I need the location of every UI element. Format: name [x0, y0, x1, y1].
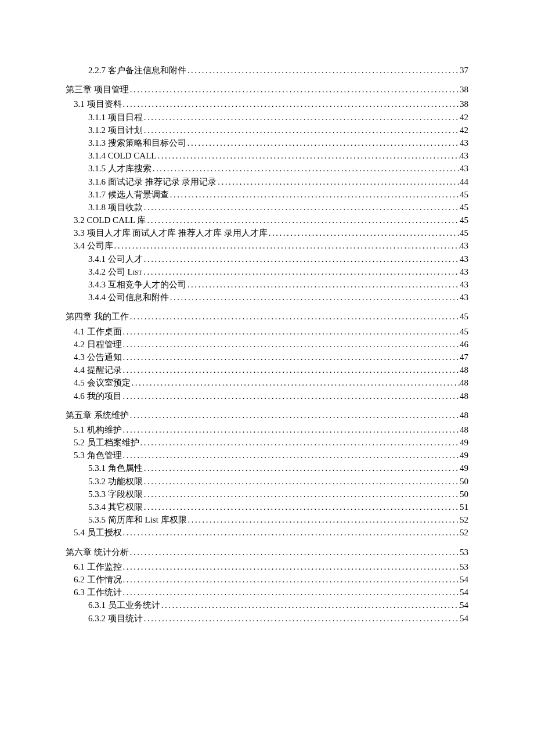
- toc-entry[interactable]: 3.4 公司库.................................…: [74, 239, 468, 252]
- toc-entry-label: 5.1 机构维护: [74, 423, 122, 436]
- toc-entry[interactable]: 4.5 会议室预定...............................…: [74, 376, 468, 389]
- toc-leader-dots: ........................................…: [122, 560, 460, 573]
- toc-entry-label: 6.1 工作监控: [74, 560, 122, 573]
- toc-entry-label: 6.3 工作统计: [74, 586, 122, 599]
- toc-entry[interactable]: 4.4 提醒记录................................…: [74, 363, 468, 376]
- toc-entry-label: 3.4.2 公司 List: [88, 265, 142, 278]
- toc-entry[interactable]: 3.1.8 项目收款..............................…: [88, 201, 468, 214]
- toc-leader-dots: ........................................…: [186, 64, 460, 77]
- toc-entry-pagenum: 43: [460, 239, 468, 252]
- toc-entry-pagenum: 43: [460, 253, 468, 265]
- toc-leader-dots: ........................................…: [187, 513, 460, 526]
- toc-entry-pagenum: 45: [460, 188, 468, 201]
- toc-entry-pagenum: 42: [460, 111, 468, 124]
- toc-entry-label: 4.6 我的项目: [74, 390, 122, 402]
- toc-entry[interactable]: 3.4.3 互相竞争人才的公司.........................…: [88, 278, 468, 291]
- toc-entry[interactable]: 第六章 统计分析................................…: [66, 546, 468, 559]
- toc-entry[interactable]: 3.1.3 搜索策略和目标公司.........................…: [88, 136, 468, 149]
- toc-leader-dots: ........................................…: [143, 612, 460, 625]
- toc-entry[interactable]: 3.1.4 COLD CALL.........................…: [88, 149, 468, 162]
- toc-leader-dots: ........................................…: [143, 501, 460, 513]
- toc-leader-dots: ........................................…: [186, 136, 460, 149]
- toc-entry[interactable]: 第三章 项目管理................................…: [66, 83, 468, 96]
- toc-entry[interactable]: 6.2 工作情况................................…: [74, 573, 468, 586]
- toc-leader-dots: ........................................…: [217, 175, 460, 188]
- toc-entry[interactable]: 3.1.7 候选人背景调查...........................…: [88, 188, 468, 201]
- toc-entry[interactable]: 5.4 员工授权................................…: [74, 526, 468, 539]
- toc-entry[interactable]: 6.3.2 项目统计..............................…: [88, 612, 468, 625]
- toc-leader-dots: ........................................…: [143, 111, 460, 124]
- toc-entry[interactable]: 第五章 系统维护................................…: [66, 409, 468, 422]
- toc-entry-label: 6.3.1 员工业务统计: [88, 599, 160, 611]
- toc-entry-label: 5.3.4 其它权限: [88, 501, 143, 513]
- toc-entry[interactable]: 3.3 项目人才库 面试人才库 推荐人才库 录用人才库.............…: [74, 226, 468, 239]
- toc-entry-pagenum: 49: [460, 449, 468, 462]
- toc-entry[interactable]: 第四章 我的工作................................…: [66, 310, 468, 323]
- toc-entry-pagenum: 38: [460, 98, 468, 110]
- toc-entry-pagenum: 54: [460, 612, 468, 625]
- toc-leader-dots: ........................................…: [268, 226, 460, 239]
- toc-entry[interactable]: 5.1 机构维护................................…: [74, 423, 468, 436]
- toc-entry-label: 4.2 日程管理: [74, 338, 122, 351]
- toc-entry[interactable]: 3.4.1 公司人才..............................…: [88, 253, 468, 265]
- toc-entry[interactable]: 5.2 员工档案维护..............................…: [74, 436, 468, 449]
- toc-entry[interactable]: 3.1.6 面试记录 推荐记录 录用记录....................…: [88, 175, 468, 188]
- toc-entry-pagenum: 37: [460, 64, 468, 77]
- toc-entry-pagenum: 48: [460, 390, 468, 402]
- toc-entry[interactable]: 5.3 角色管理................................…: [74, 449, 468, 462]
- toc-entry[interactable]: 3.1 项目资料................................…: [74, 98, 468, 110]
- toc-entry-label: 5.3.5 简历库和 List 库权限: [88, 513, 187, 526]
- toc-entry[interactable]: 5.3.4 其它权限..............................…: [88, 501, 468, 513]
- toc-entry-pagenum: 43: [460, 291, 468, 304]
- toc-entry-label: 3.4.1 公司人才: [88, 253, 143, 265]
- toc-entry-label: 第四章 我的工作: [66, 310, 129, 323]
- toc-entry[interactable]: 4.1 工作桌面................................…: [74, 325, 468, 338]
- toc-entry[interactable]: 5.3.3 字段权限..............................…: [88, 488, 468, 501]
- toc-entry-label: 4.1 工作桌面: [74, 325, 122, 338]
- toc-entry-pagenum: 45: [460, 226, 468, 239]
- toc-leader-dots: ........................................…: [122, 586, 460, 599]
- toc-entry-pagenum: 42: [460, 124, 468, 136]
- toc-entry-pagenum: 45: [460, 310, 468, 323]
- toc-entry-label: 第六章 统计分析: [66, 546, 129, 559]
- toc-entry[interactable]: 3.4.2 公司 List...........................…: [88, 265, 468, 278]
- toc-entry[interactable]: 3.2 COLD CALL 库.........................…: [74, 214, 468, 226]
- toc-entry[interactable]: 2.2.7 客户备注信息和附件.........................…: [88, 64, 468, 77]
- toc-entry-label: 3.4.3 互相竞争人才的公司: [88, 278, 186, 291]
- toc-entry[interactable]: 3.4.4 公司信息和附件...........................…: [88, 291, 468, 304]
- toc-entry[interactable]: 6.1 工作监控................................…: [74, 560, 468, 573]
- toc-entry-label: 3.3 项目人才库 面试人才库 推荐人才库 录用人才库: [74, 226, 268, 239]
- toc-leader-dots: ........................................…: [122, 351, 460, 363]
- toc-entry-pagenum: 47: [460, 351, 468, 363]
- toc-entry[interactable]: 3.1.1 项目日程..............................…: [88, 111, 468, 124]
- toc-entry[interactable]: 4.6 我的项目................................…: [74, 390, 468, 402]
- toc-entry-pagenum: 54: [460, 586, 468, 599]
- toc-entry-pagenum: 52: [460, 513, 468, 526]
- toc-entry-pagenum: 45: [460, 325, 468, 338]
- toc-entry[interactable]: 3.1.2 项目计划..............................…: [88, 124, 468, 136]
- toc-leader-dots: ........................................…: [143, 253, 460, 265]
- toc-entry-label: 3.1.2 项目计划: [88, 124, 143, 136]
- toc-entry[interactable]: 5.3.1 角色属性..............................…: [88, 462, 468, 474]
- toc-entry[interactable]: 5.3.2 功能权限..............................…: [88, 475, 468, 488]
- toc-entry-label: 3.2 COLD CALL 库: [74, 214, 146, 226]
- toc-leader-dots: ........................................…: [122, 98, 460, 110]
- toc-leader-dots: ........................................…: [129, 546, 460, 559]
- toc-entry[interactable]: 3.1.5 人才库搜索.............................…: [88, 162, 468, 175]
- toc-entry-pagenum: 48: [460, 376, 468, 389]
- toc-entry-pagenum: 43: [460, 149, 468, 162]
- toc-entry[interactable]: 4.3 公告通知................................…: [74, 351, 468, 363]
- toc-entry-label: 第五章 系统维护: [66, 409, 129, 422]
- toc-entry-pagenum: 51: [460, 501, 468, 513]
- toc-entry[interactable]: 5.3.5 简历库和 List 库权限.....................…: [88, 513, 468, 526]
- toc-entry[interactable]: 4.2 日程管理................................…: [74, 338, 468, 351]
- toc-entry-pagenum: 43: [460, 162, 468, 175]
- toc-entry[interactable]: 6.3 工作统计................................…: [74, 586, 468, 599]
- toc-entry-pagenum: 43: [460, 136, 468, 149]
- toc-leader-dots: ........................................…: [169, 188, 460, 201]
- toc-entry[interactable]: 6.3.1 员工业务统计............................…: [88, 599, 468, 611]
- toc-entry-label: 3.1.8 项目收款: [88, 201, 143, 214]
- toc-entry-pagenum: 49: [460, 436, 468, 449]
- toc-leader-dots: ........................................…: [129, 409, 460, 422]
- toc-entry-pagenum: 45: [460, 214, 468, 226]
